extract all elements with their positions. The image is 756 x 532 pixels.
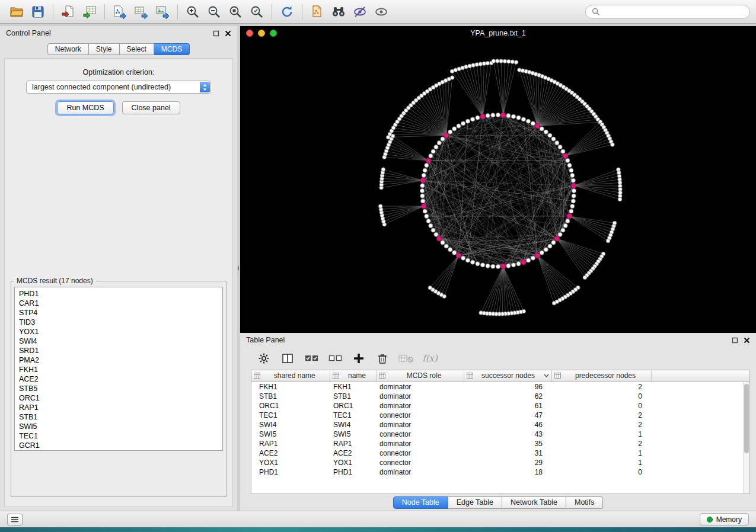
close-panel-icon[interactable]: [225, 30, 231, 37]
cell-shared_name: TEC1: [251, 411, 330, 420]
search-input[interactable]: [604, 8, 744, 16]
close-table-panel-icon[interactable]: [744, 337, 750, 344]
network-canvas[interactable]: [240, 40, 756, 333]
zoom-fit-button[interactable]: [225, 3, 246, 21]
result-item[interactable]: SWI4: [15, 336, 222, 346]
save-button[interactable]: [27, 3, 49, 21]
table-tab-motifs[interactable]: Motifs: [566, 496, 603, 509]
network-title: YPA_prune.txt_1: [240, 29, 756, 37]
memory-button[interactable]: Memory: [700, 513, 749, 525]
import-table-button[interactable]: [79, 3, 100, 21]
close-panel-button[interactable]: Close panel: [122, 101, 180, 114]
cell-role: dominator: [376, 392, 464, 401]
criterion-select[interactable]: largest connected component (undirected): [26, 81, 211, 94]
cell-name: STB1: [330, 392, 376, 401]
table-row[interactable]: SWI4SWI4dominator462: [251, 420, 749, 430]
cell-role: dominator: [376, 401, 464, 411]
toolbar-separator: [104, 4, 105, 20]
import-network-button[interactable]: [58, 3, 79, 21]
deselect-all-button[interactable]: [326, 350, 344, 367]
show-hide-button[interactable]: [371, 3, 392, 21]
add-column-icon: [353, 352, 365, 364]
table-row[interactable]: FKH1FKH1dominator962: [251, 382, 749, 392]
table-tab-network-table[interactable]: Network Table: [502, 496, 566, 509]
run-mcds-button[interactable]: Run MCDS: [57, 101, 113, 114]
export-network-button[interactable]: [109, 3, 130, 21]
window-close-button[interactable]: [246, 30, 253, 37]
result-item[interactable]: ORC1: [15, 393, 222, 403]
table-tab-edge-table[interactable]: Edge Table: [448, 496, 502, 509]
column-header-successor-nodes[interactable]: successor nodes: [464, 370, 551, 382]
window-zoom-button[interactable]: [270, 30, 277, 37]
table-row[interactable]: SWI5SWI5connector431: [251, 430, 749, 439]
delete-column-button[interactable]: [373, 350, 392, 367]
search-box[interactable]: [585, 5, 750, 19]
columns-button[interactable]: [278, 350, 297, 367]
result-item[interactable]: STB5: [15, 384, 222, 393]
table-tab-node-table[interactable]: Node Table: [393, 496, 448, 509]
result-item[interactable]: SRD1: [15, 346, 222, 355]
mcds-result-list[interactable]: PHD1CAR1STP4TID3YOX1SWI4SRD1PMA2FKH1ACE2…: [14, 287, 223, 451]
function-button[interactable]: f(x): [420, 350, 439, 367]
result-item[interactable]: TID3: [15, 318, 222, 327]
result-item[interactable]: STP4: [15, 308, 222, 318]
column-header-predecessor-nodes[interactable]: predecessor nodes: [551, 370, 651, 382]
cell-shared_name: STB1: [251, 392, 330, 401]
result-item[interactable]: SWI5: [15, 422, 222, 431]
gear-button[interactable]: [254, 350, 273, 367]
scrollbar-thumb[interactable]: [744, 384, 749, 453]
add-column-button[interactable]: [349, 350, 368, 367]
tab-select[interactable]: Select: [120, 43, 154, 55]
tab-mcds[interactable]: MCDS: [154, 43, 190, 55]
refresh-layout-button[interactable]: [276, 3, 298, 21]
cell-predecessors: 0: [551, 467, 651, 477]
table-row[interactable]: YOX1YOX1connector291: [251, 458, 749, 467]
result-item[interactable]: GCR1: [15, 441, 222, 450]
cell-shared_name: FKH1: [251, 382, 330, 392]
table-row[interactable]: RAP1RAP1dominator352: [251, 439, 749, 448]
result-item[interactable]: PMA2: [15, 355, 222, 365]
result-item[interactable]: FKH1: [15, 365, 222, 374]
table-row[interactable]: ACE2ACE2connector311: [251, 448, 749, 458]
table-row[interactable]: STB1STB1dominator620: [251, 392, 749, 401]
find-button[interactable]: [328, 3, 349, 21]
tab-network[interactable]: Network: [47, 43, 89, 55]
chevron-down-icon: [544, 374, 549, 377]
export-table-button[interactable]: [130, 3, 152, 21]
column-header-shared-name[interactable]: shared name: [251, 370, 330, 382]
result-item[interactable]: RAP1: [15, 403, 222, 412]
toggle-graphics-button[interactable]: [349, 3, 371, 21]
table-row[interactable]: TEC1TEC1connector472: [251, 411, 749, 420]
column-header-MCDS-role[interactable]: MCDS role: [376, 370, 464, 382]
network-titlebar[interactable]: YPA_prune.txt_1: [240, 26, 756, 40]
window-minimize-button[interactable]: [258, 30, 265, 37]
sort-icon: [333, 373, 339, 379]
column-header-name[interactable]: name: [330, 370, 376, 382]
status-menu-button[interactable]: [7, 514, 23, 525]
sort-icon: [467, 373, 473, 379]
optimization-label: Optimization criterion:: [83, 68, 155, 76]
node-table[interactable]: shared namenameMCDS rolesuccessor nodesp…: [251, 370, 750, 494]
result-item[interactable]: CAR1: [15, 299, 222, 308]
hide-columns-button[interactable]: [397, 350, 416, 367]
open-folder-button[interactable]: [6, 3, 27, 21]
float-panel-icon[interactable]: [213, 30, 219, 37]
select-all-button[interactable]: [302, 350, 321, 367]
float-table-panel-icon[interactable]: [732, 337, 738, 344]
zoom-selected-button[interactable]: [246, 3, 267, 21]
toolbar-separator: [272, 4, 272, 20]
tab-style[interactable]: Style: [89, 43, 120, 55]
result-item[interactable]: TEC1: [15, 431, 222, 441]
zoom-in-button[interactable]: [182, 3, 203, 21]
result-item[interactable]: STB1: [15, 412, 222, 422]
copy-network-button[interactable]: [307, 3, 328, 21]
table-scrollbar[interactable]: [743, 382, 749, 493]
zoom-out-button[interactable]: [203, 3, 225, 21]
result-item[interactable]: PHD1: [15, 289, 222, 299]
result-item[interactable]: YOX1: [15, 327, 222, 336]
table-row[interactable]: PHD1PHD1dominator180: [251, 467, 749, 477]
result-item[interactable]: ACE2: [15, 374, 222, 384]
table-row[interactable]: ORC1ORC1dominator610: [251, 401, 749, 411]
delete-column-icon: [377, 352, 388, 364]
export-image-button[interactable]: [152, 3, 173, 21]
